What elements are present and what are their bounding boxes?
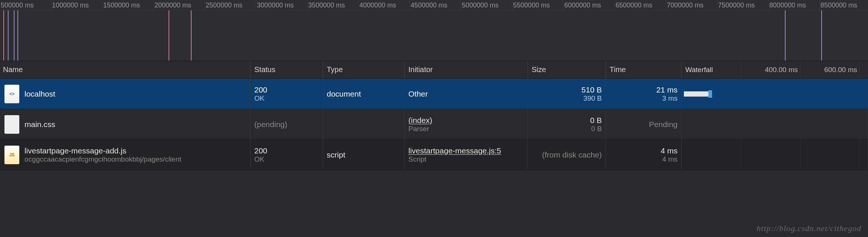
timeline-overview[interactable]: 500000 ms 1000000 ms 1500000 ms 2000000 … — [0, 0, 868, 61]
request-name: main.css — [25, 120, 55, 129]
overview-tick: 8000000 ms — [769, 0, 820, 10]
column-header-time[interactable]: Time — [606, 61, 682, 78]
column-header-size[interactable]: Size — [528, 61, 606, 78]
overview-tick: 500000 ms — [0, 0, 51, 10]
waterfall-cell — [682, 109, 868, 139]
waterfall-cell — [682, 79, 868, 109]
status-text: OK — [254, 94, 264, 103]
table-row[interactable]: main.css(pending)(index)Parser0 B0 BPend… — [0, 109, 868, 140]
resource-type: script — [327, 150, 345, 159]
overview-mark — [3, 10, 4, 61]
file-icon: JS — [4, 146, 19, 164]
column-header-initiator[interactable]: Initiator — [405, 61, 528, 78]
request-name: localhost — [25, 90, 55, 98]
overview-mark — [821, 10, 822, 61]
overview-mark — [8, 10, 9, 61]
status-code: (pending) — [254, 120, 287, 129]
time-total: 21 ms — [656, 85, 678, 94]
file-icon: <> — [4, 85, 19, 103]
waterfall-bar[interactable] — [684, 91, 708, 97]
status-code: 200 — [254, 146, 267, 155]
time-total: 4 ms — [660, 146, 678, 155]
overview-mark — [169, 10, 169, 61]
overview-tick: 8500000 ms — [820, 0, 868, 10]
initiator-link: Other — [408, 90, 428, 98]
overview-tick: 5000000 ms — [461, 0, 512, 10]
time-latency: 3 ms — [662, 94, 678, 103]
watermark-text: http://blog.csdn.net/cithegod — [757, 224, 861, 233]
overview-tick: 6500000 ms — [615, 0, 666, 10]
overview-mark — [191, 10, 192, 61]
overview-tick: 5500000 ms — [512, 0, 564, 10]
initiator-type: Script — [408, 155, 427, 163]
overview-mark — [785, 10, 786, 61]
empty-area: http://blog.csdn.net/cithegod — [0, 170, 868, 237]
overview-marks — [0, 10, 868, 61]
overview-tick: 7000000 ms — [666, 0, 717, 10]
table-row[interactable]: <>localhost200OKdocumentOther510 B390 B2… — [0, 79, 868, 109]
size-resource: 0 B — [591, 125, 602, 133]
overview-mark — [17, 10, 18, 61]
waterfall-label: Waterfall — [682, 61, 741, 78]
overview-tick: 2000000 ms — [154, 0, 205, 10]
overview-mark — [14, 10, 14, 61]
status-code: 200 — [254, 85, 267, 94]
size-resource: 390 B — [583, 94, 602, 103]
size-transferred: 510 B — [581, 85, 602, 94]
overview-tick: 7500000 ms — [717, 0, 769, 10]
size-transferred: (from disk cache) — [542, 150, 602, 159]
overview-tick: 4000000 ms — [359, 0, 410, 10]
column-header-waterfall[interactable]: Waterfall 400.00 ms 600.00 ms 80 — [682, 61, 868, 78]
overview-tick: 6000000 ms — [564, 0, 615, 10]
initiator-type: Parser — [408, 125, 429, 133]
overview-tick: 2500000 ms — [205, 0, 256, 10]
initiator-link[interactable]: (index) — [408, 116, 432, 125]
waterfall-tick: 400.00 ms — [741, 61, 800, 78]
network-table-header: Name Status Type Initiator Size Time Wat… — [0, 61, 868, 79]
status-text: OK — [254, 155, 264, 163]
initiator-link[interactable]: livestartpage-message.js:5 — [408, 146, 501, 155]
overview-tick: 1500000 ms — [102, 0, 154, 10]
column-header-name[interactable]: Name — [0, 61, 251, 78]
time-latency: 4 ms — [662, 155, 678, 163]
column-header-type[interactable]: Type — [323, 61, 405, 78]
file-icon — [4, 115, 19, 134]
overview-tick: 1000000 ms — [51, 0, 102, 10]
waterfall-tick: 600.00 ms — [800, 61, 860, 78]
waterfall-cell — [682, 140, 868, 170]
resource-type: document — [327, 90, 361, 98]
waterfall-tick: 80 — [860, 61, 868, 78]
overview-tick: 4500000 ms — [410, 0, 461, 10]
overview-tick: 3500000 ms — [307, 0, 359, 10]
network-table-body: <>localhost200OKdocumentOther510 B390 B2… — [0, 79, 868, 170]
overview-ticks: 500000 ms 1000000 ms 1500000 ms 2000000 … — [0, 0, 868, 10]
column-header-status[interactable]: Status — [251, 61, 323, 78]
overview-tick: 3000000 ms — [256, 0, 307, 10]
time-total: Pending — [649, 120, 678, 129]
request-name: livestartpage-message-add.js — [25, 146, 181, 155]
table-row[interactable]: JSlivestartpage-message-add.jsocggccaaca… — [0, 140, 868, 170]
size-transferred: 0 B — [590, 116, 602, 125]
request-path: ocggccaacacpienfcgmgcihoombokbbj/pages/c… — [25, 155, 181, 163]
